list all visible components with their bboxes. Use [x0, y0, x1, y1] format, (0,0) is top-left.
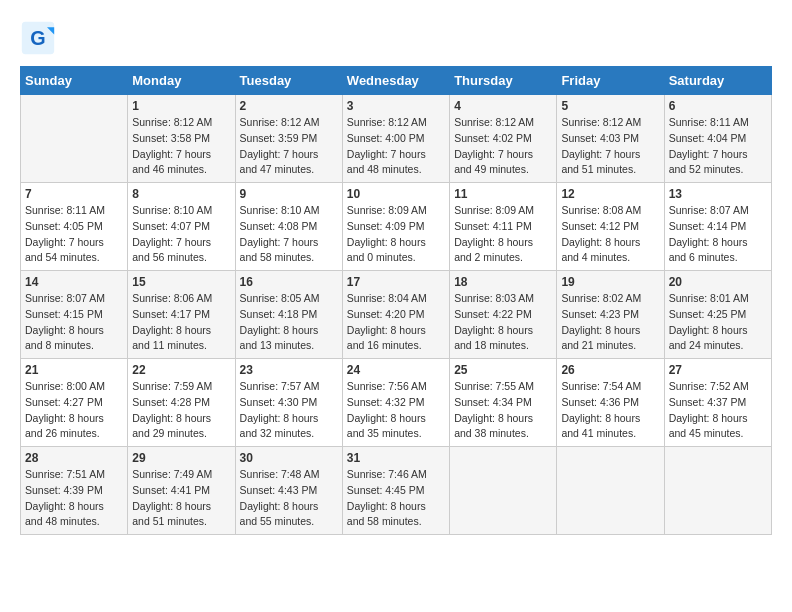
sunset-text: Sunset: 4:07 PM	[132, 220, 210, 232]
calendar-cell: 14 Sunrise: 8:07 AM Sunset: 4:15 PM Dayl…	[21, 271, 128, 359]
day-number: 24	[347, 363, 445, 377]
day-info: Sunrise: 8:12 AM Sunset: 4:00 PM Dayligh…	[347, 115, 445, 178]
day-info: Sunrise: 8:07 AM Sunset: 4:14 PM Dayligh…	[669, 203, 767, 266]
sunset-text: Sunset: 4:18 PM	[240, 308, 318, 320]
sunrise-text: Sunrise: 7:57 AM	[240, 380, 320, 392]
svg-text:G: G	[30, 27, 45, 49]
daylight-text: Daylight: 8 hours and 21 minutes.	[561, 324, 640, 352]
day-info: Sunrise: 7:54 AM Sunset: 4:36 PM Dayligh…	[561, 379, 659, 442]
calendar-cell: 31 Sunrise: 7:46 AM Sunset: 4:45 PM Dayl…	[342, 447, 449, 535]
sunset-text: Sunset: 4:32 PM	[347, 396, 425, 408]
sunset-text: Sunset: 4:41 PM	[132, 484, 210, 496]
sunset-text: Sunset: 4:11 PM	[454, 220, 532, 232]
calendar-cell: 2 Sunrise: 8:12 AM Sunset: 3:59 PM Dayli…	[235, 95, 342, 183]
day-info: Sunrise: 7:55 AM Sunset: 4:34 PM Dayligh…	[454, 379, 552, 442]
sunset-text: Sunset: 4:43 PM	[240, 484, 318, 496]
sunset-text: Sunset: 4:30 PM	[240, 396, 318, 408]
calendar-cell: 22 Sunrise: 7:59 AM Sunset: 4:28 PM Dayl…	[128, 359, 235, 447]
day-number: 26	[561, 363, 659, 377]
day-info: Sunrise: 8:01 AM Sunset: 4:25 PM Dayligh…	[669, 291, 767, 354]
calendar-cell	[557, 447, 664, 535]
header-monday: Monday	[128, 67, 235, 95]
calendar-week-row: 1 Sunrise: 8:12 AM Sunset: 3:58 PM Dayli…	[21, 95, 772, 183]
day-info: Sunrise: 8:09 AM Sunset: 4:11 PM Dayligh…	[454, 203, 552, 266]
daylight-text: Daylight: 7 hours and 46 minutes.	[132, 148, 211, 176]
daylight-text: Daylight: 7 hours and 56 minutes.	[132, 236, 211, 264]
sunset-text: Sunset: 4:45 PM	[347, 484, 425, 496]
calendar-cell: 9 Sunrise: 8:10 AM Sunset: 4:08 PM Dayli…	[235, 183, 342, 271]
header-thursday: Thursday	[450, 67, 557, 95]
day-info: Sunrise: 8:04 AM Sunset: 4:20 PM Dayligh…	[347, 291, 445, 354]
daylight-text: Daylight: 8 hours and 41 minutes.	[561, 412, 640, 440]
sunset-text: Sunset: 4:14 PM	[669, 220, 747, 232]
calendar-cell: 13 Sunrise: 8:07 AM Sunset: 4:14 PM Dayl…	[664, 183, 771, 271]
calendar-cell: 21 Sunrise: 8:00 AM Sunset: 4:27 PM Dayl…	[21, 359, 128, 447]
sunset-text: Sunset: 4:03 PM	[561, 132, 639, 144]
sunrise-text: Sunrise: 8:05 AM	[240, 292, 320, 304]
day-number: 7	[25, 187, 123, 201]
header-sunday: Sunday	[21, 67, 128, 95]
day-number: 6	[669, 99, 767, 113]
day-info: Sunrise: 7:56 AM Sunset: 4:32 PM Dayligh…	[347, 379, 445, 442]
calendar-cell: 10 Sunrise: 8:09 AM Sunset: 4:09 PM Dayl…	[342, 183, 449, 271]
sunset-text: Sunset: 4:08 PM	[240, 220, 318, 232]
sunrise-text: Sunrise: 8:10 AM	[240, 204, 320, 216]
sunrise-text: Sunrise: 7:51 AM	[25, 468, 105, 480]
daylight-text: Daylight: 8 hours and 8 minutes.	[25, 324, 104, 352]
daylight-text: Daylight: 8 hours and 48 minutes.	[25, 500, 104, 528]
day-info: Sunrise: 7:46 AM Sunset: 4:45 PM Dayligh…	[347, 467, 445, 530]
calendar-cell: 4 Sunrise: 8:12 AM Sunset: 4:02 PM Dayli…	[450, 95, 557, 183]
sunrise-text: Sunrise: 8:12 AM	[132, 116, 212, 128]
calendar-cell: 6 Sunrise: 8:11 AM Sunset: 4:04 PM Dayli…	[664, 95, 771, 183]
daylight-text: Daylight: 8 hours and 24 minutes.	[669, 324, 748, 352]
daylight-text: Daylight: 8 hours and 45 minutes.	[669, 412, 748, 440]
sunrise-text: Sunrise: 8:04 AM	[347, 292, 427, 304]
day-number: 4	[454, 99, 552, 113]
sunset-text: Sunset: 4:34 PM	[454, 396, 532, 408]
calendar-cell: 11 Sunrise: 8:09 AM Sunset: 4:11 PM Dayl…	[450, 183, 557, 271]
header-tuesday: Tuesday	[235, 67, 342, 95]
day-number: 15	[132, 275, 230, 289]
sunrise-text: Sunrise: 8:00 AM	[25, 380, 105, 392]
sunset-text: Sunset: 4:17 PM	[132, 308, 210, 320]
calendar-cell: 8 Sunrise: 8:10 AM Sunset: 4:07 PM Dayli…	[128, 183, 235, 271]
sunrise-text: Sunrise: 7:46 AM	[347, 468, 427, 480]
day-number: 25	[454, 363, 552, 377]
day-info: Sunrise: 8:09 AM Sunset: 4:09 PM Dayligh…	[347, 203, 445, 266]
sunrise-text: Sunrise: 8:10 AM	[132, 204, 212, 216]
calendar-cell: 18 Sunrise: 8:03 AM Sunset: 4:22 PM Dayl…	[450, 271, 557, 359]
sunrise-text: Sunrise: 8:11 AM	[669, 116, 749, 128]
calendar-cell: 7 Sunrise: 8:11 AM Sunset: 4:05 PM Dayli…	[21, 183, 128, 271]
page-header: G	[20, 20, 772, 56]
calendar-cell: 20 Sunrise: 8:01 AM Sunset: 4:25 PM Dayl…	[664, 271, 771, 359]
calendar-week-row: 7 Sunrise: 8:11 AM Sunset: 4:05 PM Dayli…	[21, 183, 772, 271]
calendar-cell: 15 Sunrise: 8:06 AM Sunset: 4:17 PM Dayl…	[128, 271, 235, 359]
calendar-cell: 30 Sunrise: 7:48 AM Sunset: 4:43 PM Dayl…	[235, 447, 342, 535]
day-number: 14	[25, 275, 123, 289]
calendar-cell: 17 Sunrise: 8:04 AM Sunset: 4:20 PM Dayl…	[342, 271, 449, 359]
day-info: Sunrise: 8:07 AM Sunset: 4:15 PM Dayligh…	[25, 291, 123, 354]
day-number: 20	[669, 275, 767, 289]
day-number: 22	[132, 363, 230, 377]
sunrise-text: Sunrise: 8:09 AM	[454, 204, 534, 216]
calendar-cell: 29 Sunrise: 7:49 AM Sunset: 4:41 PM Dayl…	[128, 447, 235, 535]
sunset-text: Sunset: 4:27 PM	[25, 396, 103, 408]
sunset-text: Sunset: 4:15 PM	[25, 308, 103, 320]
daylight-text: Daylight: 7 hours and 47 minutes.	[240, 148, 319, 176]
sunset-text: Sunset: 3:58 PM	[132, 132, 210, 144]
sunrise-text: Sunrise: 8:03 AM	[454, 292, 534, 304]
day-info: Sunrise: 8:08 AM Sunset: 4:12 PM Dayligh…	[561, 203, 659, 266]
sunset-text: Sunset: 4:20 PM	[347, 308, 425, 320]
sunrise-text: Sunrise: 8:11 AM	[25, 204, 105, 216]
sunset-text: Sunset: 4:23 PM	[561, 308, 639, 320]
sunrise-text: Sunrise: 7:59 AM	[132, 380, 212, 392]
daylight-text: Daylight: 7 hours and 48 minutes.	[347, 148, 426, 176]
day-info: Sunrise: 7:57 AM Sunset: 4:30 PM Dayligh…	[240, 379, 338, 442]
calendar-cell: 19 Sunrise: 8:02 AM Sunset: 4:23 PM Dayl…	[557, 271, 664, 359]
sunset-text: Sunset: 4:25 PM	[669, 308, 747, 320]
sunrise-text: Sunrise: 8:12 AM	[240, 116, 320, 128]
day-number: 19	[561, 275, 659, 289]
sunrise-text: Sunrise: 7:48 AM	[240, 468, 320, 480]
day-number: 18	[454, 275, 552, 289]
sunset-text: Sunset: 4:36 PM	[561, 396, 639, 408]
